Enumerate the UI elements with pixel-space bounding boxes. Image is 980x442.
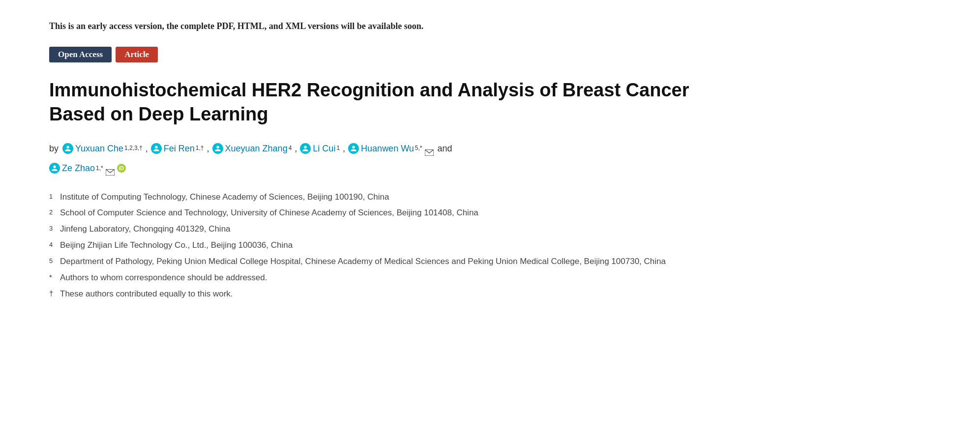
separator-3: , — [295, 141, 297, 156]
author-icon-yuxuan-che — [62, 143, 73, 154]
author-icon-xueyuan-zhang — [212, 143, 223, 154]
person-icon — [64, 145, 71, 152]
author-ze-zhao[interactable]: Ze Zhao — [49, 160, 95, 176]
authors-line: by Yuxuan Che 1,2,3,† , Fei Ren 1,† , Xu… — [49, 141, 931, 156]
author-sup-ze-zhao: 1,* — [96, 163, 103, 174]
author-sup-huanwen-wu: 5,* — [415, 143, 422, 154]
affiliation-number-4: 4 — [49, 239, 57, 250]
separator-4: , — [343, 141, 345, 156]
affiliation-number-5: 5 — [49, 256, 57, 266]
author-name-yuxuan-che: Yuxuan Che — [75, 141, 123, 156]
email-icon-ze-zhao[interactable] — [106, 165, 115, 172]
author-name-huanwen-wu: Huanwen Wu — [361, 141, 414, 156]
author-huanwen-wu[interactable]: Huanwen Wu — [348, 141, 414, 156]
person-icon — [51, 165, 58, 172]
note-symbol-star: * — [49, 271, 57, 284]
affiliation-item-2: 2 School of Computer Science and Technol… — [49, 206, 931, 220]
and-label: and — [438, 141, 452, 156]
person-icon — [214, 145, 221, 152]
article-badge[interactable]: Article — [116, 47, 158, 62]
person-icon — [350, 145, 357, 152]
note-text-equal-contribution: These authors contributed equally to thi… — [60, 287, 233, 301]
author-icon-huanwen-wu — [348, 143, 359, 154]
by-label: by — [49, 141, 59, 156]
affiliation-text-2: School of Computer Science and Technolog… — [60, 206, 478, 220]
affiliation-text-3: Jinfeng Laboratory, Chongqing 401329, Ch… — [60, 222, 231, 236]
person-icon — [302, 145, 309, 152]
authors-line-2: Ze Zhao 1,* iD — [49, 160, 931, 176]
author-sup-xueyuan-zhang: 4 — [289, 143, 292, 154]
person-icon — [153, 145, 160, 152]
email-icon-huanwen-wu[interactable] — [425, 145, 434, 152]
note-item-correspondence: * Authors to whom correspondence should … — [49, 271, 931, 285]
early-access-notice: This is an early access version, the com… — [49, 20, 931, 33]
affiliation-number-1: 1 — [49, 191, 57, 202]
author-yuxuan-che[interactable]: Yuxuan Che — [62, 141, 123, 156]
author-xueyuan-zhang[interactable]: Xueyuan Zhang — [212, 141, 288, 156]
note-text-correspondence: Authors to whom correspondence should be… — [60, 271, 267, 285]
affiliation-item-1: 1 Institute of Computing Technology, Chi… — [49, 190, 931, 205]
affiliation-number-3: 3 — [49, 223, 57, 234]
note-item-equal-contribution: † These authors contributed equally to t… — [49, 287, 931, 301]
open-access-badge[interactable]: Open Access — [49, 47, 112, 62]
affiliation-text-1: Institute of Computing Technology, Chine… — [60, 190, 389, 205]
affiliation-item-4: 4 Beijing Zhijian Life Technology Co., L… — [49, 238, 931, 253]
affiliation-item-5: 5 Department of Pathology, Peking Union … — [49, 255, 931, 269]
author-sup-yuxuan-che: 1,2,3,† — [124, 143, 143, 154]
author-name-li-cui: Li Cui — [313, 141, 335, 156]
envelope-icon — [106, 169, 115, 176]
author-icon-li-cui — [300, 143, 311, 154]
affiliation-number-2: 2 — [49, 207, 57, 218]
author-name-xueyuan-zhang: Xueyuan Zhang — [225, 141, 288, 156]
separator-1: , — [146, 141, 148, 156]
author-fei-ren[interactable]: Fei Ren — [151, 141, 195, 156]
badges-container: Open Access Article — [49, 47, 931, 62]
note-symbol-dagger: † — [49, 287, 57, 300]
author-icon-ze-zhao — [49, 163, 60, 174]
author-name-fei-ren: Fei Ren — [164, 141, 195, 156]
author-icon-fei-ren — [151, 143, 162, 154]
author-sup-fei-ren: 1,† — [196, 143, 204, 154]
author-name-ze-zhao: Ze Zhao — [62, 160, 95, 176]
affiliation-item-3: 3 Jinfeng Laboratory, Chongqing 401329, … — [49, 222, 931, 236]
author-sup-li-cui: 1 — [336, 143, 340, 154]
author-li-cui[interactable]: Li Cui — [300, 141, 335, 156]
orcid-icon-ze-zhao[interactable]: iD — [117, 164, 126, 173]
affiliations-list: 1 Institute of Computing Technology, Chi… — [49, 190, 931, 301]
article-title: Immunohistochemical HER2 Recognition and… — [49, 78, 931, 127]
affiliation-text-4: Beijing Zhijian Life Technology Co., Ltd… — [60, 238, 293, 253]
affiliation-text-5: Department of Pathology, Peking Union Me… — [60, 255, 666, 269]
separator-2: , — [207, 141, 209, 156]
envelope-icon — [425, 149, 434, 156]
